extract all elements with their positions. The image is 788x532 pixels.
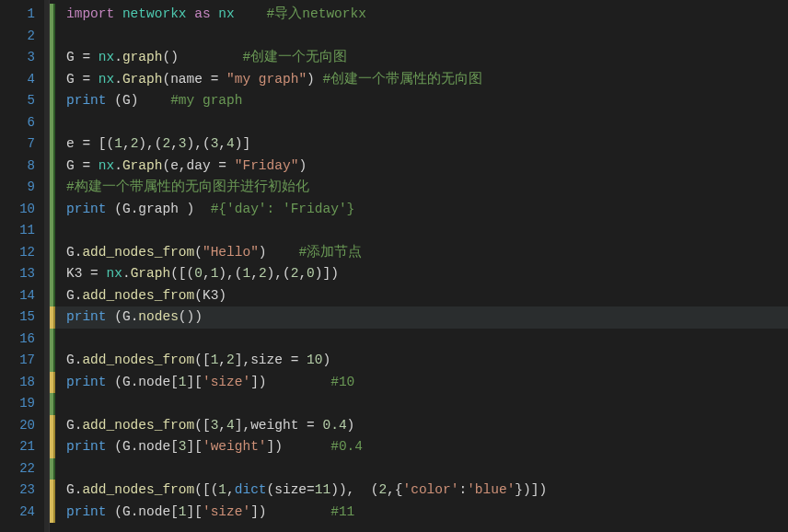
code-token: 1 [218, 482, 226, 497]
code-token: add_nodes_from [82, 482, 194, 497]
line-content[interactable]: G = nx.graph() #创建一个无向图 [63, 47, 347, 69]
code-token [107, 375, 115, 389]
code-token: 10 [307, 353, 322, 367]
code-token: , [122, 136, 131, 151]
code-line[interactable] [50, 112, 788, 134]
code-line[interactable] [50, 458, 788, 480]
line-content[interactable]: print (G.graph ) #{'day': 'Friday'} [63, 199, 354, 221]
code-line[interactable]: print (G.node[3]['weight']) #0.4 [50, 436, 788, 458]
code-token: Graph [122, 72, 163, 87]
line-content[interactable]: G.add_nodes_from([(1,dict(size=11)), (2,… [63, 480, 547, 502]
line-content[interactable]: print (G.node[1]['size']) #11 [63, 502, 354, 524]
code-editor[interactable]: 123456789101112131415161718192021222324 … [0, 0, 788, 532]
code-token: G [66, 245, 75, 260]
line-content[interactable]: G.add_nodes_from([1,2],size = 10) [63, 350, 330, 372]
code-area[interactable]: import networkx as nx #导入networkxG = nx.… [50, 0, 788, 532]
code-token: ) [298, 158, 307, 173]
line-content[interactable]: print (G) #my graph [63, 90, 242, 112]
code-line[interactable]: e = [(1,2),(2,3),(3,4)] [50, 133, 788, 156]
code-line[interactable]: G = nx.graph() #创建一个无向图 [50, 47, 788, 69]
line-content[interactable]: #构建一个带属性的无向图并进行初始化 [63, 177, 309, 199]
line-content[interactable]: print (G.node[3]['weight']) #0.4 [63, 436, 363, 458]
code-token: G [66, 288, 75, 303]
code-line[interactable] [50, 26, 788, 48]
code-token: , [170, 136, 179, 151]
code-token: #构建一个带属性的无向图并进行初始化 [66, 179, 309, 194]
line-number: 24 [0, 502, 44, 524]
code-line[interactable] [50, 393, 788, 415]
line-content[interactable]: K3 = nx.Graph([(0,1),(1,2),(2,0)]) [63, 263, 339, 285]
change-marker [50, 306, 55, 329]
code-line[interactable]: K3 = nx.Graph([(0,1),(1,2),(2,0)]) [50, 263, 788, 285]
code-line[interactable]: print (G.node[1]['size']) #11 [50, 502, 788, 524]
line-number: 22 [0, 458, 44, 480]
code-line[interactable]: #构建一个带属性的无向图并进行初始化 [50, 177, 788, 199]
code-line[interactable]: G.add_nodes_from("Hello") #添加节点 [50, 242, 788, 264]
code-token: ([ [194, 353, 210, 367]
code-line[interactable] [50, 329, 788, 351]
code-line[interactable]: print (G.node[1]['size']) #10 [50, 372, 788, 394]
code-token: #{'day': 'Friday'} [211, 202, 355, 216]
change-marker [50, 350, 55, 372]
code-token: , [226, 482, 235, 497]
code-token: ( [114, 202, 122, 216]
line-content[interactable]: G.add_nodes_from("Hello") #添加节点 [63, 242, 362, 264]
change-marker [50, 458, 55, 480]
line-content[interactable] [63, 458, 66, 480]
code-token [107, 93, 115, 108]
code-token: #10 [330, 375, 354, 389]
code-token: ([( [170, 266, 194, 281]
code-token: #创建一个无向图 [242, 50, 347, 64]
line-content[interactable]: G = nx.Graph(name = "my graph") #创建一个带属性… [63, 69, 482, 91]
line-content[interactable]: print (G.nodes()) [63, 306, 203, 329]
code-line[interactable]: print (G) #my graph [50, 90, 788, 112]
code-line[interactable]: print (G.graph ) #{'day': 'Friday'} [50, 199, 788, 221]
code-token: size [274, 482, 307, 497]
code-line[interactable]: G = nx.Graph(e,day = "Friday") [50, 156, 788, 178]
line-content[interactable] [63, 329, 66, 351]
code-line[interactable]: print (G.nodes()) [50, 306, 788, 329]
code-token: ) [307, 72, 315, 87]
code-token: 4 [226, 136, 235, 151]
code-token: add_nodes_from [82, 288, 194, 303]
code-line[interactable]: G.add_nodes_from([3,4],weight = 0.4) [50, 415, 788, 437]
code-token: )]) [315, 266, 339, 281]
line-content[interactable]: G.add_nodes_from(K3) [63, 285, 226, 307]
code-token: ([( [194, 482, 218, 497]
line-content[interactable]: import networkx as nx #导入networkx [63, 4, 366, 26]
line-content[interactable] [63, 112, 66, 134]
code-token: 2 [162, 136, 170, 151]
change-marker [50, 26, 55, 48]
code-token: 1 [179, 504, 187, 519]
code-token [107, 504, 115, 519]
code-token: 'color' [403, 482, 459, 497]
line-content[interactable] [63, 393, 66, 415]
line-content[interactable] [63, 26, 66, 48]
code-token: print [66, 439, 107, 454]
code-line[interactable] [50, 220, 788, 242]
line-content[interactable]: e = [(1,2),(2,3),(3,4)] [63, 133, 250, 156]
code-token: node [138, 375, 170, 389]
code-token: 0 [194, 266, 203, 281]
code-line[interactable]: G = nx.Graph(name = "my graph") #创建一个带属性… [50, 69, 788, 91]
line-content[interactable]: print (G.node[1]['size']) #10 [63, 372, 354, 394]
code-line[interactable]: G.add_nodes_from(K3) [50, 285, 788, 307]
code-token: nx [218, 6, 234, 21]
code-token: ),( [218, 266, 242, 281]
line-content[interactable]: G = nx.Graph(e,day = "Friday") [63, 156, 307, 178]
line-content[interactable] [63, 220, 66, 242]
change-marker [50, 480, 55, 502]
code-line[interactable]: G.add_nodes_from([1,2],size = 10) [50, 350, 788, 372]
code-token [138, 93, 170, 108]
line-number: 18 [0, 372, 44, 394]
code-line[interactable]: G.add_nodes_from([(1,dict(size=11)), (2,… [50, 480, 788, 502]
code-line[interactable]: import networkx as nx #导入networkx [50, 4, 788, 26]
code-token: ], [235, 353, 250, 367]
line-number: 5 [0, 90, 44, 112]
code-token: 'weight' [203, 439, 267, 454]
code-token: node [138, 439, 170, 454]
line-content[interactable]: G.add_nodes_from([3,4],weight = 0.4) [63, 415, 354, 437]
code-token: G [66, 50, 82, 64]
code-token: )] [235, 136, 250, 151]
code-token: = [82, 50, 90, 64]
